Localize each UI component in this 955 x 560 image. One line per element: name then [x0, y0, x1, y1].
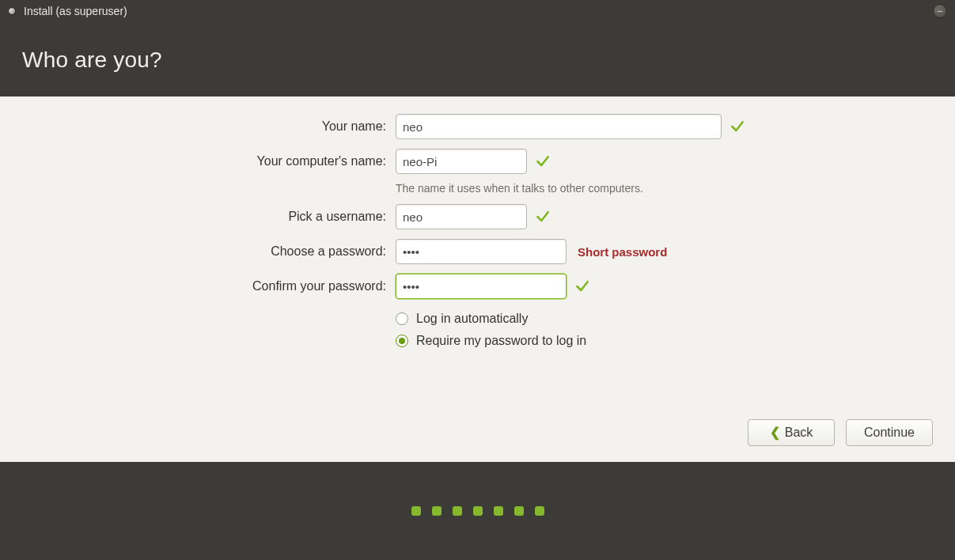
- progress-dot: [535, 506, 544, 516]
- form-area: Your name: Your computer's name:: [0, 96, 955, 411]
- app-icon: [8, 7, 16, 15]
- continue-button[interactable]: Continue: [846, 419, 933, 446]
- back-button[interactable]: ❮ Back: [748, 419, 835, 446]
- name-label: Your name:: [22, 119, 396, 134]
- login-auto-label: Log in automatically: [416, 312, 528, 326]
- minimize-button[interactable]: –: [933, 4, 947, 18]
- password-input[interactable]: [396, 239, 567, 264]
- progress-dots: [411, 506, 544, 516]
- checkmark-icon: [730, 119, 745, 134]
- progress-dot: [411, 506, 421, 516]
- checkmark-icon: [535, 209, 551, 225]
- titlebar: Install (as superuser) –: [0, 0, 955, 22]
- radio-icon: [396, 335, 408, 347]
- progress-dot: [473, 506, 483, 516]
- page-title: Who are you?: [22, 47, 933, 73]
- back-button-label: Back: [785, 426, 813, 440]
- computer-name-input[interactable]: [396, 149, 527, 174]
- button-row: ❮ Back Continue: [0, 411, 955, 462]
- content-area: Your name: Your computer's name:: [0, 96, 955, 462]
- window-title: Install (as superuser): [24, 5, 127, 17]
- password-label: Choose a password:: [22, 244, 396, 259]
- footer-band: [0, 462, 955, 560]
- confirm-password-label: Confirm your password:: [22, 279, 396, 293]
- name-input[interactable]: [396, 114, 722, 139]
- progress-dot: [432, 506, 441, 516]
- progress-dot: [514, 506, 524, 516]
- username-input[interactable]: [396, 204, 527, 229]
- login-option-group: Log in automatically Require my password…: [396, 312, 586, 348]
- chevron-left-icon: ❮: [770, 426, 780, 439]
- continue-button-label: Continue: [864, 426, 915, 440]
- login-require-label: Require my password to log in: [416, 334, 586, 348]
- checkmark-icon: [574, 278, 590, 294]
- heading-band: Who are you?: [0, 22, 955, 96]
- login-auto-radio[interactable]: Log in automatically: [396, 312, 586, 326]
- confirm-password-input[interactable]: [396, 274, 567, 299]
- password-warning: Short password: [578, 245, 667, 259]
- login-require-radio[interactable]: Require my password to log in: [396, 334, 586, 348]
- computer-name-hint: The name it uses when it talks to other …: [396, 182, 643, 195]
- username-label: Pick a username:: [22, 210, 396, 224]
- computer-name-label: Your computer's name:: [22, 154, 396, 168]
- progress-dot: [453, 506, 462, 516]
- progress-dot: [494, 506, 503, 516]
- checkmark-icon: [535, 153, 551, 169]
- radio-icon: [396, 312, 408, 325]
